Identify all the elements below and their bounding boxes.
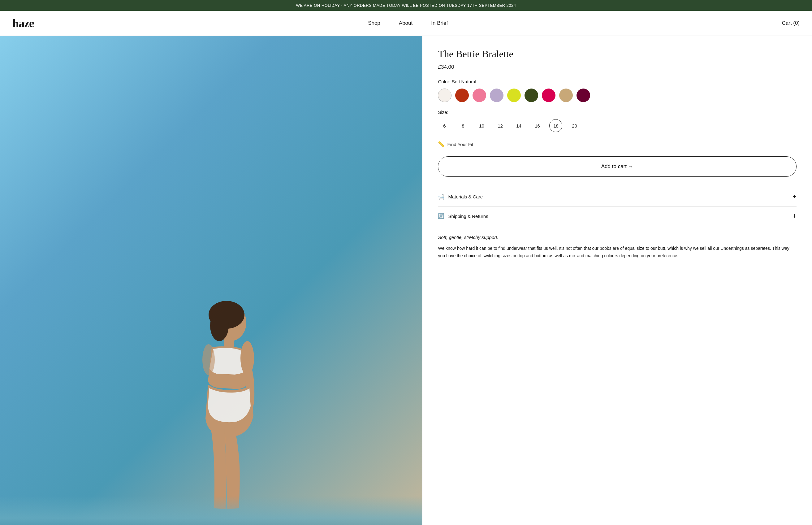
main-content: The Bettie Bralette £34.00 Color: Soft N… bbox=[0, 36, 812, 525]
color-swatch-hotpink[interactable] bbox=[542, 89, 555, 102]
svg-point-5 bbox=[202, 344, 215, 375]
color-swatch-lavender[interactable] bbox=[490, 89, 504, 102]
nav-item-shop[interactable]: Shop bbox=[368, 20, 380, 26]
size-section: Size: 6 8 10 12 14 16 18 20 bbox=[438, 109, 797, 132]
product-details: The Bettie Bralette £34.00 Color: Soft N… bbox=[422, 36, 812, 525]
color-swatch-olive[interactable] bbox=[524, 89, 538, 102]
find-your-fit-link[interactable]: 📏 Find Your Fit bbox=[438, 141, 797, 148]
description-text: We know how hard it can be to find under… bbox=[438, 245, 797, 260]
holiday-banner-text: WE ARE ON HOLIDAY - ANY ORDERS MADE TODA… bbox=[296, 3, 516, 8]
nav-link-inbrief[interactable]: In Brief bbox=[431, 20, 448, 26]
accordion-label-shipping: Shipping & Returns bbox=[448, 214, 488, 219]
product-image bbox=[0, 36, 422, 525]
color-swatch-soft-natural[interactable] bbox=[438, 89, 451, 102]
color-swatch-lime[interactable] bbox=[507, 89, 521, 102]
color-section: Color: Soft Natural bbox=[438, 79, 797, 102]
accordion-label-materials: Materials & Care bbox=[448, 194, 483, 199]
add-to-cart-button[interactable]: Add to cart → bbox=[438, 156, 797, 177]
accordion-header-shipping[interactable]: 🔄 Shipping & Returns + bbox=[438, 207, 797, 226]
description-tagline: Soft, gentle, stretchy support. bbox=[438, 235, 797, 240]
add-to-cart-label: Add to cart → bbox=[601, 163, 633, 170]
accordion-item-materials: 🛁 Materials & Care + bbox=[438, 187, 797, 207]
model-figure bbox=[159, 298, 289, 525]
size-option-6[interactable]: 6 bbox=[438, 119, 451, 132]
nav-link-about[interactable]: About bbox=[399, 20, 413, 26]
product-description: Soft, gentle, stretchy support. We know … bbox=[438, 226, 797, 268]
svg-point-2 bbox=[210, 310, 229, 341]
size-option-20[interactable]: 20 bbox=[568, 119, 581, 132]
color-swatches bbox=[438, 89, 797, 102]
accordion-header-materials-left: 🛁 Materials & Care bbox=[438, 194, 483, 200]
nav-item-inbrief[interactable]: In Brief bbox=[431, 20, 448, 26]
materials-icon: 🛁 bbox=[438, 194, 444, 200]
size-option-12[interactable]: 12 bbox=[494, 119, 507, 132]
nav-link-shop[interactable]: Shop bbox=[368, 20, 380, 26]
product-image-container bbox=[0, 36, 422, 525]
cart-button[interactable]: Cart (0) bbox=[782, 20, 800, 26]
color-swatch-pink[interactable] bbox=[473, 89, 486, 102]
accordion-section: 🛁 Materials & Care + 🔄 Shipping & Return… bbox=[438, 187, 797, 226]
accordion-header-shipping-left: 🔄 Shipping & Returns bbox=[438, 213, 488, 220]
size-option-18[interactable]: 18 bbox=[549, 119, 562, 132]
holiday-banner: WE ARE ON HOLIDAY - ANY ORDERS MADE TODA… bbox=[0, 0, 812, 11]
accordion-header-materials[interactable]: 🛁 Materials & Care + bbox=[438, 187, 797, 206]
product-price: £34.00 bbox=[438, 64, 797, 70]
nav-links: Shop About In Brief bbox=[34, 20, 782, 26]
color-label: Color: Soft Natural bbox=[438, 79, 797, 84]
shipping-icon: 🔄 bbox=[438, 213, 444, 220]
size-option-14[interactable]: 14 bbox=[512, 119, 525, 132]
accordion-item-shipping: 🔄 Shipping & Returns + bbox=[438, 207, 797, 226]
size-options: 6 8 10 12 14 16 18 20 bbox=[438, 119, 797, 132]
size-option-8[interactable]: 8 bbox=[457, 119, 470, 132]
accordion-expand-shipping[interactable]: + bbox=[793, 212, 797, 220]
logo[interactable]: haze bbox=[12, 16, 34, 30]
nav-item-about[interactable]: About bbox=[399, 20, 413, 26]
color-swatch-rust[interactable] bbox=[455, 89, 469, 102]
ruler-icon: 📏 bbox=[438, 141, 445, 148]
accordion-expand-materials[interactable]: + bbox=[793, 193, 797, 200]
navigation: haze Shop About In Brief Cart (0) bbox=[0, 11, 812, 36]
color-swatch-tan[interactable] bbox=[559, 89, 573, 102]
find-your-fit-label: Find Your Fit bbox=[447, 142, 473, 147]
product-title: The Bettie Bralette bbox=[438, 48, 797, 60]
color-swatch-burgundy[interactable] bbox=[577, 89, 590, 102]
size-option-10[interactable]: 10 bbox=[475, 119, 488, 132]
size-label: Size: bbox=[438, 109, 797, 115]
size-option-16[interactable]: 16 bbox=[531, 119, 544, 132]
